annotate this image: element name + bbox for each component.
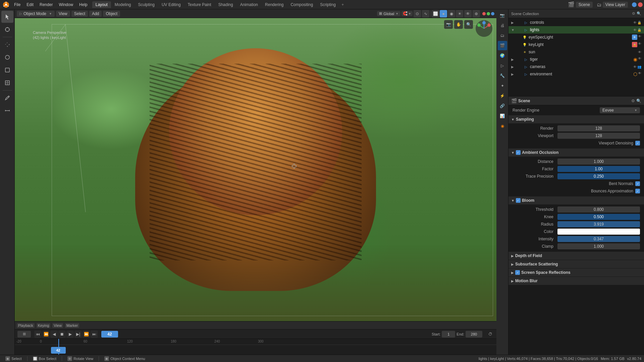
properties-filter-icon[interactable]: ⚙ [631, 99, 635, 103]
blender-logo[interactable] [1, 0, 11, 9]
tiger-visibility[interactable]: 👁 [638, 57, 641, 62]
tab-shading[interactable]: Shading [215, 1, 236, 8]
play-btn[interactable]: ▶ [66, 330, 74, 338]
viewport-expand-btn[interactable] [491, 12, 494, 15]
render-value-input[interactable]: 128 [557, 125, 640, 131]
dof-section-header[interactable]: ▶ Depth of Field [508, 252, 644, 260]
outliner-item-tiger[interactable]: ▶ ▷ tiger ◉ 👁 [508, 56, 644, 63]
data-properties-icon[interactable]: 📊 [498, 111, 507, 121]
bounces-approx-checkbox[interactable]: ✓ [635, 189, 640, 193]
jump-start-btn[interactable]: ⏮ [34, 330, 42, 338]
distance-input[interactable]: 1.000 [557, 159, 640, 165]
wireframe-btn[interactable]: ⬜ [432, 10, 439, 17]
properties-search-icon[interactable]: 🔍 [636, 99, 641, 103]
outliner-item-lights[interactable]: ▼ ▷ lights 👁 🔒 [508, 26, 644, 34]
menu-window[interactable]: Window [56, 2, 76, 8]
add-menu[interactable]: Add [89, 11, 102, 17]
bent-normals-checkbox[interactable]: ✓ [635, 181, 640, 186]
bloom-section-header[interactable]: ▼ ✓ Bloom [508, 196, 644, 204]
outliner-item-keylight[interactable]: 💡 keyLight 🔒 👁 [508, 41, 644, 48]
menu-help[interactable]: Help [76, 2, 90, 8]
lights-visibility-icon[interactable]: 👁 [633, 28, 637, 32]
cursor-tool-button[interactable] [1, 23, 13, 36]
render-properties-icon[interactable]: 📷 [498, 11, 507, 20]
color-picker[interactable] [557, 229, 640, 235]
proportional-editing[interactable]: ⊙ [414, 10, 421, 17]
outliner-search-icon[interactable]: 🔍 [637, 11, 641, 16]
world-properties-icon[interactable]: 🌍 [498, 51, 507, 60]
window-icon[interactable] [632, 2, 637, 7]
axis-gizmo[interactable]: X Y Z [476, 20, 492, 37]
environment-icon[interactable]: ⬡ [633, 71, 637, 77]
object-menu[interactable]: Object [103, 11, 120, 17]
outliner-item-sun[interactable]: ☀ sun 👁 [508, 48, 644, 56]
scene-selector[interactable]: Scene [576, 2, 593, 8]
rendered-btn[interactable]: ☀ [456, 10, 463, 17]
tab-layout[interactable]: Layout [92, 1, 111, 8]
motion-blur-section-header[interactable]: ▶ Motion Blur [508, 277, 644, 285]
frame-number-input[interactable]: 42 [101, 331, 118, 338]
material-properties-icon[interactable]: ◉ [498, 121, 507, 131]
intensity-input[interactable]: 0.347 [557, 236, 640, 242]
tab-modeling[interactable]: Modeling [111, 1, 135, 8]
solid-btn[interactable]: ● [440, 10, 447, 17]
eyespeclight-visibility[interactable]: 👁 [638, 35, 641, 40]
lock-icon[interactable]: 🔒 [637, 21, 641, 24]
clamp-input[interactable]: 1.000 [557, 243, 640, 249]
outliner-item-environment[interactable]: ▶ ▷ environment ⬡ 👁 [508, 70, 644, 78]
timeline-track[interactable]: -20 0 60 120 180 240 300 42 [15, 339, 496, 355]
start-frame-input[interactable]: 1 [442, 331, 455, 338]
tab-uv-editing[interactable]: UV Editing [158, 1, 184, 8]
end-frame-input[interactable]: 280 [466, 331, 482, 338]
sss-section-header[interactable]: ▶ Subsurface Scattering [508, 260, 644, 268]
object-properties-icon[interactable]: ▷ [498, 61, 507, 70]
constraints-properties-icon[interactable]: 🔗 [498, 101, 507, 111]
view-dropdown[interactable]: View [52, 323, 63, 328]
outliner-filter-icon[interactable]: ⚙ [632, 11, 635, 16]
bloom-enabled-checkbox[interactable]: ✓ [516, 198, 521, 203]
trace-precision-input[interactable]: 0.250 [557, 173, 640, 179]
transform-orientation[interactable]: ⊞ Global ▼ [377, 11, 400, 16]
snap-menu[interactable]: 🧲 ▼ [401, 11, 413, 16]
viewport-hand-btn[interactable]: ✋ [454, 20, 463, 29]
material-preview-btn[interactable]: ◉ [448, 10, 455, 17]
fps-button[interactable]: ⏱ [487, 331, 494, 338]
lights-lock-icon[interactable]: 🔒 [637, 28, 641, 32]
close-button[interactable] [638, 2, 643, 7]
gizmo-btn[interactable]: ⊕ [473, 10, 480, 17]
step-back-btn[interactable]: ◀ [50, 330, 58, 338]
step-forward-btn[interactable]: ▶| [74, 330, 82, 338]
keying-dropdown[interactable]: Keying [37, 323, 51, 328]
viewport-zoom-btn[interactable]: 🔍 [464, 20, 473, 29]
restrict-viewport-icon[interactable]: 👁 [632, 35, 637, 40]
playback-dropdown[interactable]: Playback [17, 323, 35, 328]
render-engine-dropdown[interactable]: Eevee ▼ [600, 107, 640, 113]
view-layer-properties-icon[interactable]: 🗂 [498, 31, 507, 40]
menu-edit[interactable]: Edit [24, 2, 36, 8]
annotate-tool-button[interactable] [1, 92, 13, 104]
tab-animation[interactable]: Animation [237, 1, 261, 8]
viewport-value-input[interactable]: 128 [557, 133, 640, 139]
environment-visibility[interactable]: 👁 [638, 71, 641, 77]
outliner-item-cameras[interactable]: ▶ ▷ cameras 👁 👥 [508, 63, 644, 70]
scene-properties-icon[interactable]: 🎬 [498, 41, 507, 50]
visibility-icon[interactable]: 👁 [633, 21, 637, 24]
menu-file[interactable]: File [11, 2, 23, 8]
viewport-maximize-btn[interactable] [487, 12, 490, 15]
knee-input[interactable]: 0.500 [557, 214, 640, 220]
threshold-input[interactable]: 0.800 [557, 206, 640, 213]
next-keyframe-btn[interactable]: ⏩ [83, 330, 90, 338]
sampling-section-header[interactable]: ▼ Sampling [508, 115, 644, 123]
scale-tool-button[interactable] [1, 64, 13, 76]
viewport-close-btn[interactable] [482, 12, 486, 15]
ao-section-header[interactable]: ▼ ✓ Ambient Occlusion [508, 148, 644, 157]
cameras-users-icon[interactable]: 👥 [637, 65, 641, 69]
viewport-camera-btn[interactable]: 📷 [444, 20, 453, 29]
prev-keyframe-btn[interactable]: ⏪ [42, 330, 50, 338]
current-frame-selector[interactable]: ⊞ [17, 331, 31, 338]
tab-sculpting[interactable]: Sculpting [135, 1, 158, 8]
tiger-material-icon[interactable]: ◉ [633, 57, 637, 62]
ssr-section-header[interactable]: ▶ ✓ Screen Space Reflections [508, 268, 644, 277]
object-mode-dropdown[interactable]: ▷ Object Mode ▼ [17, 11, 55, 17]
stop-btn[interactable]: ⏹ [58, 330, 66, 338]
